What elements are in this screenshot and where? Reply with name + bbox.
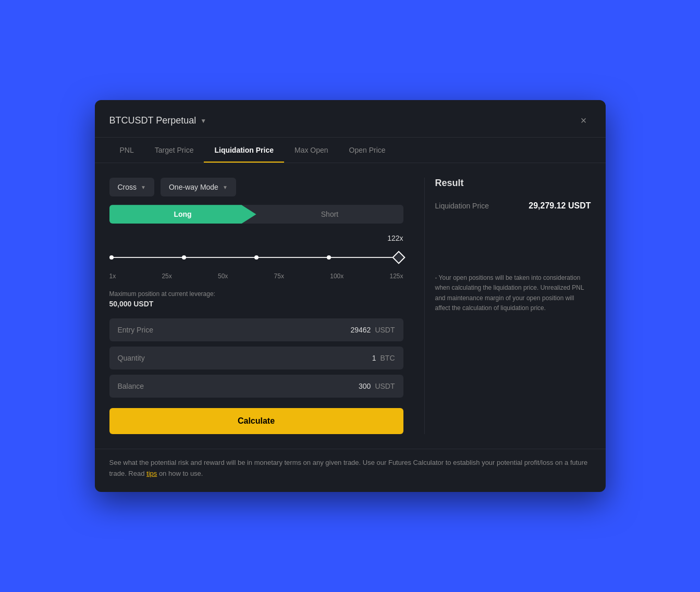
entry-price-input[interactable] <box>329 326 371 334</box>
tab-bar: PNL Target Price Liquidation Price Max O… <box>95 138 606 163</box>
balance-field: Balance USDT <box>109 375 403 398</box>
liquidation-price-label: Liquidation Price <box>435 202 489 210</box>
short-button[interactable]: Short <box>256 205 403 224</box>
slider-dot-3 <box>254 255 259 260</box>
calculator-modal: BTCUSDT Perpetual ▼ × PNL Target Price L… <box>95 100 606 492</box>
left-panel: Cross ▼ One-way Mode ▼ Long Short 122x <box>109 178 424 434</box>
quantity-unit: BTC <box>380 354 395 362</box>
tab-pnl[interactable]: PNL <box>109 138 144 163</box>
tab-target-price[interactable]: Target Price <box>144 138 204 163</box>
calculate-button[interactable]: Calculate <box>109 408 403 434</box>
entry-price-label: Entry Price <box>118 326 153 334</box>
result-title: Result <box>435 178 591 189</box>
margin-mode-label: Cross <box>118 183 137 191</box>
position-mode-label: One-way Mode <box>169 183 218 191</box>
modal-footer: See what the potential risk and reward w… <box>95 449 606 492</box>
tab-liquidation-price[interactable]: Liquidation Price <box>204 138 284 163</box>
entry-price-field: Entry Price USDT <box>109 318 403 341</box>
position-mode-arrow: ▼ <box>223 184 228 190</box>
controls-row: Cross ▼ One-way Mode ▼ <box>109 178 403 196</box>
slider-thumb[interactable] <box>392 251 405 264</box>
slider-dot-1 <box>109 255 114 260</box>
position-mode-dropdown[interactable]: One-way Mode ▼ <box>161 178 236 196</box>
long-button[interactable]: Long <box>109 205 256 224</box>
liquidation-price-value: 29,279.12 USDT <box>529 201 591 211</box>
leverage-section: 122x 1x <box>109 234 403 280</box>
slider-label-25x: 25x <box>162 273 171 280</box>
slider-dots <box>109 255 403 260</box>
quantity-value-area: BTC <box>335 354 395 362</box>
quantity-input[interactable] <box>335 354 376 362</box>
balance-unit: USDT <box>375 382 395 390</box>
quantity-field: Quantity BTC <box>109 347 403 369</box>
quantity-label: Quantity <box>118 354 145 362</box>
tips-link[interactable]: tips <box>146 470 157 477</box>
margin-mode-arrow: ▼ <box>141 184 146 190</box>
modal-title: BTCUSDT Perpetual <box>109 115 197 126</box>
close-button[interactable]: × <box>576 113 591 129</box>
slider-label-50x: 50x <box>218 273 228 280</box>
tab-max-open[interactable]: Max Open <box>284 138 339 163</box>
entry-price-value-area: USDT <box>329 326 395 334</box>
margin-mode-dropdown[interactable]: Cross ▼ <box>109 178 154 196</box>
balance-input[interactable] <box>329 382 371 390</box>
footer-text-after: on how to use. <box>157 470 203 477</box>
slider-labels: 1x 25x 50x 75x 100x 125x <box>109 273 403 280</box>
balance-value-area: USDT <box>329 382 395 390</box>
slider-dot-2 <box>182 255 186 260</box>
slider-label-125x: 125x <box>389 273 403 280</box>
slider-track <box>109 257 403 258</box>
modal-body: Cross ▼ One-way Mode ▼ Long Short 122x <box>95 163 606 449</box>
slider-label-100x: 100x <box>330 273 343 280</box>
result-row: Liquidation Price 29,279.12 USDT <box>435 201 591 211</box>
slider-label-75x: 75x <box>274 273 284 280</box>
title-dropdown-arrow: ▼ <box>200 117 206 125</box>
result-note: - Your open positions will be taken into… <box>435 273 591 313</box>
right-panel: Result Liquidation Price 29,279.12 USDT … <box>424 178 591 434</box>
modal-header: BTCUSDT Perpetual ▼ × <box>95 100 606 138</box>
long-short-toggle: Long Short <box>109 205 403 224</box>
slider-label-1x: 1x <box>109 273 116 280</box>
slider-dot-4 <box>327 255 331 260</box>
entry-price-unit: USDT <box>375 326 395 334</box>
modal-title-area: BTCUSDT Perpetual ▼ <box>109 115 207 126</box>
leverage-slider-container <box>109 246 403 268</box>
max-position-label: Maximum position at current leverage: <box>109 290 403 298</box>
balance-label: Balance <box>118 382 144 390</box>
max-position-value: 50,000 USDT <box>109 300 403 308</box>
tab-open-price[interactable]: Open Price <box>339 138 396 163</box>
leverage-value: 122x <box>109 234 403 242</box>
